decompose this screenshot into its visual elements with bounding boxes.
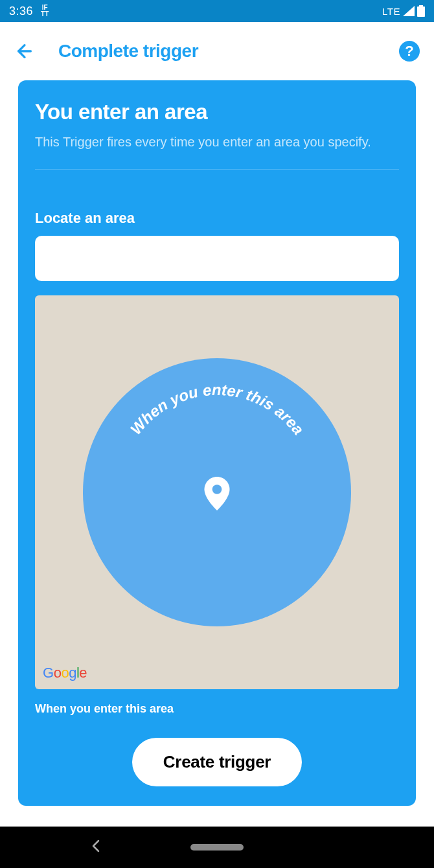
back-button[interactable] (14, 41, 35, 62)
system-back-button[interactable] (91, 839, 101, 855)
signal-icon (403, 6, 415, 16)
svg-text:When you enter this area: When you enter this area (127, 381, 308, 438)
locate-label: Locate an area (35, 210, 399, 227)
map-label-below: When you enter this area (35, 702, 399, 716)
help-icon: ? (405, 43, 413, 60)
divider (35, 169, 399, 170)
svg-rect-0 (419, 5, 423, 6)
card-title: You enter an area (35, 100, 399, 124)
create-trigger-button[interactable]: Create trigger (132, 738, 302, 786)
main-content: You enter an area This Trigger fires eve… (0, 80, 434, 806)
network-label: LTE (382, 6, 400, 17)
page-title: Complete trigger (58, 41, 198, 62)
location-pin-icon (204, 477, 230, 513)
system-nav-handle[interactable] (190, 844, 244, 851)
location-input[interactable] (35, 236, 399, 281)
ifttt-icon: IFTT (41, 5, 49, 17)
google-attribution: Google (43, 665, 87, 681)
trigger-card: You enter an area This Trigger fires eve… (18, 80, 416, 806)
card-description: This Trigger fires every time you enter … (35, 133, 399, 151)
system-nav-bar (0, 827, 434, 868)
svg-rect-1 (417, 6, 425, 17)
status-time: 3:36 (9, 5, 33, 18)
battery-icon (417, 5, 425, 17)
status-right: LTE (382, 5, 425, 17)
svg-point-3 (212, 485, 222, 494)
help-button[interactable]: ? (399, 41, 420, 62)
map-container[interactable]: When you enter this area Google (35, 295, 399, 689)
status-bar: 3:36 IFTT LTE (0, 0, 434, 22)
status-left: 3:36 IFTT (9, 5, 49, 18)
app-header: Complete trigger ? (0, 22, 434, 80)
